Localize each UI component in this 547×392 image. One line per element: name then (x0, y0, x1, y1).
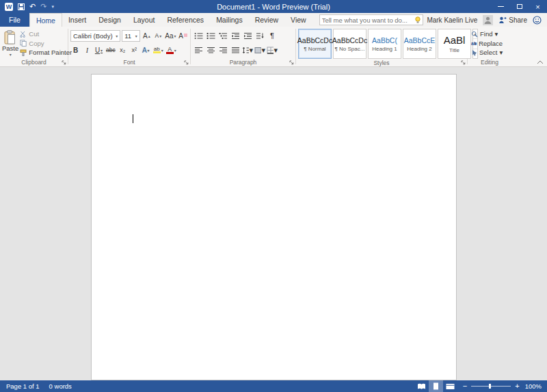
change-case-button[interactable]: Aa▾ (165, 30, 176, 42)
decrease-indent-button[interactable] (230, 30, 241, 42)
find-button[interactable]: Find ▾ (471, 29, 508, 38)
avatar[interactable] (483, 15, 493, 25)
replace-button[interactable]: ab Replace (471, 39, 508, 48)
borders-button[interactable]: ▾ (267, 44, 278, 56)
style-name: Heading 1 (372, 46, 397, 52)
zoom-slider-thumb[interactable] (489, 384, 491, 389)
maximize-button[interactable] (510, 0, 529, 13)
sort-button[interactable] (254, 30, 265, 42)
shrink-font-button[interactable]: A▾ (153, 30, 163, 42)
status-bar: Page 1 of 1 0 words − + 100% (0, 380, 547, 392)
document-area[interactable] (0, 67, 547, 380)
underline-dropdown-icon: ▾ (101, 48, 103, 53)
read-mode-icon (417, 383, 426, 390)
style-heading1[interactable]: AaBbC( Heading 1 (368, 29, 401, 59)
style-title[interactable]: AaBl Title (438, 29, 471, 59)
grow-font-button[interactable]: A▴ (142, 30, 152, 42)
borders-icon (267, 47, 274, 54)
font-family-combo[interactable]: Calibri (Body) ▾ (70, 30, 120, 42)
align-right-button[interactable] (217, 44, 228, 56)
tab-insert[interactable]: Insert (62, 13, 92, 27)
share-button[interactable]: Share (498, 16, 527, 24)
tell-me-box[interactable] (319, 14, 423, 25)
italic-button[interactable]: I (82, 44, 92, 56)
web-layout-button[interactable] (443, 380, 457, 392)
undo-icon[interactable]: ↶ (29, 3, 36, 10)
zoom-in-icon[interactable]: + (515, 382, 519, 390)
font-dialog-launcher-icon[interactable] (184, 60, 189, 65)
bold-button[interactable]: B (70, 44, 81, 56)
font-color-button[interactable]: A ▾ (165, 44, 177, 56)
multilevel-list-button[interactable] (217, 30, 228, 42)
tab-layout[interactable]: Layout (127, 13, 161, 27)
increase-indent-button[interactable] (242, 30, 253, 42)
word-count-indicator[interactable]: 0 words (44, 380, 77, 392)
change-case-dropdown-icon: ▾ (174, 34, 176, 38)
shading-button[interactable]: ▾ (254, 44, 265, 56)
style-heading2[interactable]: AaBbCcE Heading 2 (403, 29, 436, 59)
zoom-percentage[interactable]: 100% (525, 382, 546, 390)
strikethrough-button[interactable]: abc (105, 44, 116, 56)
style-no-spacing[interactable]: AaBbCcDc ¶ No Spac... (333, 29, 366, 59)
page-count-indicator[interactable]: Page 1 of 1 (1, 380, 44, 392)
show-hide-marks-button[interactable]: ¶ (267, 30, 278, 42)
style-normal[interactable]: AaBbCcDc ¶ Normal (298, 29, 332, 59)
bullets-button[interactable] (193, 30, 204, 42)
increase-indent-icon (243, 32, 252, 40)
paragraph-dialog-launcher-icon[interactable] (289, 60, 294, 65)
font-size-combo[interactable]: 11 ▾ (122, 30, 140, 42)
align-left-button[interactable] (193, 44, 204, 56)
highlight-button[interactable]: ab ▾ (152, 44, 164, 56)
tell-me-input[interactable] (322, 16, 412, 24)
zoom-out-icon[interactable]: − (463, 382, 467, 390)
superscript-button[interactable]: x² (129, 44, 139, 56)
print-layout-button[interactable] (429, 380, 443, 392)
tab-mailings[interactable]: Mailings (210, 13, 249, 27)
align-center-button[interactable] (205, 44, 216, 56)
zoom-slider[interactable] (471, 386, 511, 387)
paste-button[interactable]: Paste ▾ (2, 29, 18, 57)
share-label: Share (509, 16, 527, 24)
justify-button[interactable] (230, 44, 241, 56)
tab-review[interactable]: Review (249, 13, 284, 27)
collapse-ribbon-icon[interactable] (537, 60, 544, 64)
paste-dropdown-icon: ▾ (10, 52, 12, 57)
customize-qat-icon[interactable]: ▾ (51, 4, 54, 9)
replace-icon: ab (471, 41, 477, 46)
minimize-button[interactable] (492, 0, 510, 13)
style-name: ¶ No Spac... (335, 46, 365, 52)
subscript-button[interactable]: x₂ (118, 44, 128, 56)
save-icon[interactable] (18, 3, 25, 10)
tell-me-container (319, 13, 423, 27)
tab-view[interactable]: View (284, 13, 312, 27)
line-spacing-button[interactable]: ▾ (242, 44, 253, 56)
format-painter-button[interactable]: Format Painter (20, 48, 72, 57)
document-page[interactable] (91, 74, 457, 380)
replace-label: Replace (479, 40, 503, 47)
feedback-smiley-icon[interactable] (533, 16, 542, 25)
copy-button[interactable]: Copy (20, 39, 72, 48)
numbering-button[interactable] (205, 30, 216, 42)
tab-home[interactable]: Home (29, 13, 62, 27)
tab-design[interactable]: Design (92, 13, 127, 27)
account-name[interactable]: Mark Kaelin Live (427, 16, 477, 24)
tab-file[interactable]: File (0, 13, 29, 27)
tab-references[interactable]: References (161, 13, 210, 27)
find-label: Find (480, 30, 492, 38)
word-app-icon[interactable]: W (5, 3, 13, 11)
underline-label: U (95, 47, 100, 54)
cut-icon (20, 31, 27, 38)
close-button[interactable]: × (529, 0, 547, 13)
change-case-label: Aa (165, 32, 173, 40)
cut-button[interactable]: Cut (20, 29, 72, 38)
select-button[interactable]: Select ▾ (471, 48, 508, 57)
clear-formatting-button[interactable]: A (178, 30, 188, 42)
clipboard-dialog-launcher-icon[interactable] (62, 60, 66, 65)
shading-dropdown-icon: ▾ (261, 46, 265, 55)
styles-dialog-launcher-icon[interactable] (461, 60, 466, 65)
underline-button[interactable]: U▾ (94, 44, 104, 56)
read-mode-button[interactable] (414, 380, 429, 392)
text-effects-button[interactable]: A▾ (141, 44, 151, 56)
redo-icon[interactable]: ↷ (40, 3, 46, 10)
align-center-icon (206, 47, 215, 54)
